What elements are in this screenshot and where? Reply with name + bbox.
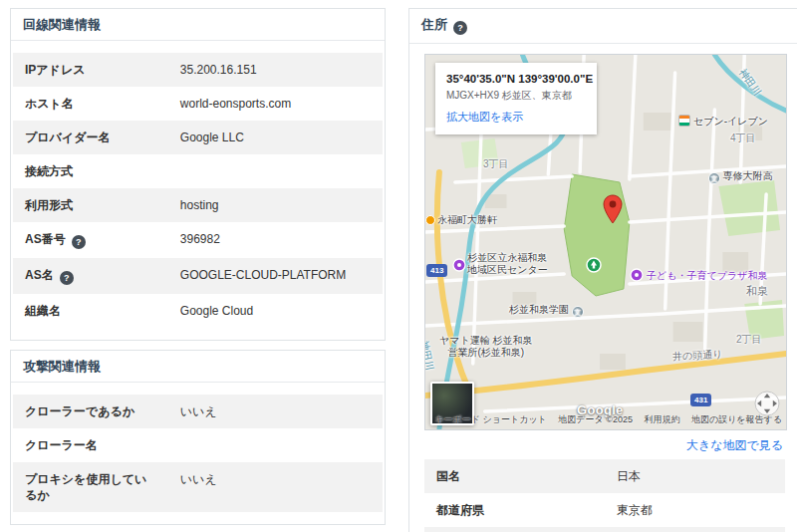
terms-link[interactable]: 利用規約 bbox=[644, 414, 679, 424]
row-label: 国名 bbox=[424, 459, 605, 493]
address-table: 国名 日本 都道府県 東京都 bbox=[424, 459, 785, 532]
community-center-marker[interactable] bbox=[452, 258, 466, 276]
google-map-embed[interactable]: 神田川 神田川 セブン-イレブン 4丁目 3丁目 文 専修大附高 永福町大勝軒 … bbox=[424, 54, 787, 430]
help-icon[interactable]: ? bbox=[60, 271, 74, 285]
row-value: hosting bbox=[168, 188, 231, 222]
table-row: 組織名 Google Cloud bbox=[13, 294, 383, 328]
row-value: 東京都 bbox=[605, 493, 664, 527]
table-row: 国名 日本 bbox=[424, 459, 785, 493]
route-shield-413: 413 bbox=[426, 264, 447, 277]
route-shield-431: 431 bbox=[690, 394, 711, 406]
map-data-text: 地図データ ©2025 bbox=[558, 414, 633, 424]
poi-label-community-center[interactable]: 杉並区立永福和泉 地域区民センター bbox=[467, 252, 548, 276]
row-value: Google LLC bbox=[168, 121, 256, 154]
row-value: 35.200.16.151 bbox=[168, 53, 269, 87]
address-card: 住所? bbox=[408, 8, 797, 532]
attack-info-table: クローラーであるか いいえ クローラー名 プロキシを使用しているか いいえ bbox=[11, 383, 385, 524]
big-map-link-row: 大きな地図で見る bbox=[424, 430, 785, 459]
school-icon: 文 bbox=[572, 306, 584, 318]
row-label: 接続方式 bbox=[13, 154, 168, 188]
table-row: IPアドレス 35.200.16.151 bbox=[13, 53, 383, 87]
row-label: AS名? bbox=[13, 258, 168, 294]
line-info-card: 回線関連情報 IPアドレス 35.200.16.151 ホスト名 world-e… bbox=[10, 8, 386, 341]
help-icon[interactable]: ? bbox=[453, 21, 467, 35]
row-label: クローラーであるか bbox=[13, 395, 168, 428]
row-label: IPアドレス bbox=[13, 53, 168, 87]
table-row: プロバイダー名 Google LLC bbox=[13, 121, 383, 154]
row-label: 利用形式 bbox=[13, 188, 168, 222]
table-row: 接続方式 bbox=[13, 154, 383, 188]
plus-code-text: MJGX+HX9 杉並区、東京都 bbox=[446, 89, 586, 103]
row-value bbox=[168, 154, 192, 188]
attack-info-card: 攻撃関連情報 クローラーであるか いいえ クローラー名 プロキシを使用しているか… bbox=[10, 350, 386, 525]
row-label: クローラー名 bbox=[13, 428, 168, 462]
row-value: いいえ bbox=[168, 395, 229, 428]
poi-label-senshu-high[interactable]: 文 専修大附高 bbox=[708, 170, 773, 184]
row-label-text: AS名 bbox=[25, 268, 54, 282]
kodomo-plaza-marker[interactable] bbox=[630, 268, 644, 286]
district-label: 4丁目 bbox=[730, 133, 756, 144]
table-row: 都道府県 東京都 bbox=[424, 493, 785, 527]
report-error-link[interactable]: 地図の誤りを報告する bbox=[691, 414, 782, 424]
expand-map-link[interactable]: 拡大地図を表示 bbox=[446, 110, 586, 125]
district-label-izumi: 和泉 bbox=[746, 285, 768, 297]
table-row: クローラー名 bbox=[13, 428, 383, 462]
keyboard-shortcuts-link[interactable]: キーボード ショートカット bbox=[434, 414, 546, 424]
table-row bbox=[424, 527, 785, 532]
line-info-title: 回線関連情報 bbox=[11, 9, 385, 41]
table-row: ホスト名 world-eonsports.com bbox=[13, 87, 383, 121]
restaurant-icon bbox=[425, 215, 435, 225]
poi-label-yamato[interactable]: ヤマト運輸 杉並和泉 営業所(杉並和泉) bbox=[439, 335, 532, 359]
coordinates-text: 35°40'35.0"N 139°39'00.0"E bbox=[446, 73, 586, 85]
table-row: プロキシを使用しているか いいえ bbox=[13, 462, 383, 512]
big-map-link[interactable]: 大きな地図で見る bbox=[686, 438, 783, 452]
red-map-pin[interactable] bbox=[602, 194, 624, 228]
row-value: Google Cloud bbox=[168, 294, 265, 328]
row-value: 日本 bbox=[605, 459, 653, 493]
help-icon[interactable]: ? bbox=[72, 235, 86, 249]
row-value bbox=[168, 428, 192, 462]
address-title-text: 住所 bbox=[421, 17, 447, 32]
address-title: 住所? bbox=[409, 9, 797, 44]
district-label: 2丁目 bbox=[736, 334, 762, 346]
row-label-text: AS番号 bbox=[25, 232, 66, 246]
attack-info-title: 攻撃関連情報 bbox=[11, 351, 385, 383]
row-value bbox=[605, 527, 629, 532]
poi-label-seven-eleven[interactable]: セブン-イレブン bbox=[678, 115, 768, 128]
school-icon: 文 bbox=[708, 172, 720, 184]
row-label: AS番号? bbox=[13, 222, 168, 258]
row-value: いいえ bbox=[168, 462, 229, 512]
row-label: 都道府県 bbox=[424, 493, 605, 527]
district-label: 3丁目 bbox=[483, 158, 509, 170]
row-label: プロバイダー名 bbox=[13, 121, 168, 154]
seven-eleven-icon bbox=[678, 115, 690, 127]
table-row: AS番号? 396982 bbox=[13, 222, 383, 258]
park-poi-marker[interactable] bbox=[586, 257, 602, 277]
row-value: world-eonsports.com bbox=[168, 87, 303, 121]
table-row: クローラーであるか いいえ bbox=[13, 395, 383, 428]
poi-label-kodomo-plaza[interactable]: 子ども・子育てプラザ和泉 bbox=[647, 270, 767, 282]
poi-label-taishoken[interactable]: 永福町大勝軒 bbox=[425, 214, 497, 226]
line-info-table: IPアドレス 35.200.16.151 ホスト名 world-eonsport… bbox=[11, 41, 385, 340]
map-attribution: キーボード ショートカット 地図データ ©2025 利用規約 地図の誤りを報告す… bbox=[425, 413, 782, 426]
row-label bbox=[424, 527, 605, 532]
table-row: 利用形式 hosting bbox=[13, 188, 383, 222]
row-label: ホスト名 bbox=[13, 87, 168, 121]
row-label: プロキシを使用しているか bbox=[13, 462, 168, 512]
table-row: AS名? GOOGLE-CLOUD-PLATFORM bbox=[13, 258, 383, 294]
poi-label-izumi-gakuen[interactable]: 杉並和泉学園 文 bbox=[509, 304, 584, 318]
row-value: GOOGLE-CLOUD-PLATFORM bbox=[168, 258, 358, 294]
map-info-card: 35°40'35.0"N 139°39'00.0"E MJGX+HX9 杉並区、… bbox=[435, 63, 597, 134]
row-label: 組織名 bbox=[13, 294, 168, 328]
row-value: 396982 bbox=[168, 222, 232, 258]
